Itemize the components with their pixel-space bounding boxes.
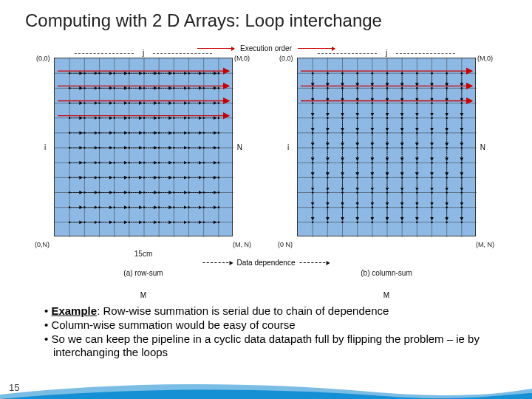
svg-point-315 (356, 117, 358, 119)
svg-point-289 (461, 72, 463, 75)
svg-point-355 (461, 162, 463, 164)
svg-point-138 (158, 222, 160, 224)
svg-point-298 (431, 87, 433, 89)
svg-point-369 (341, 191, 344, 194)
svg-point-36 (113, 87, 115, 89)
svg-point-104 (143, 177, 146, 179)
svg-point-73 (173, 132, 175, 134)
svg-point-342 (431, 147, 433, 149)
svg-point-329 (401, 132, 403, 134)
svg-point-134 (98, 222, 100, 224)
svg-point-124 (113, 206, 115, 208)
svg-point-373 (401, 191, 403, 194)
svg-point-364 (431, 177, 433, 179)
svg-point-384 (401, 206, 403, 208)
grid-row-sum: j i N (54, 58, 233, 236)
svg-point-128 (173, 206, 175, 208)
svg-point-41 (188, 87, 190, 89)
svg-point-94 (158, 162, 160, 164)
svg-point-296 (401, 87, 403, 89)
svg-point-299 (446, 87, 448, 89)
svg-point-343 (446, 147, 448, 149)
svg-point-92 (129, 162, 131, 164)
svg-point-68 (98, 132, 100, 134)
svg-point-131 (218, 206, 220, 208)
axis-n-label: N (480, 143, 485, 151)
svg-point-42 (202, 87, 205, 89)
axis-j-label: j (143, 49, 144, 57)
svg-point-350 (386, 162, 389, 164)
svg-point-293 (356, 87, 358, 89)
svg-point-394 (386, 222, 389, 224)
svg-point-60 (143, 117, 146, 119)
svg-point-44 (69, 102, 71, 104)
svg-point-115 (143, 191, 146, 194)
svg-point-93 (143, 162, 146, 164)
axis-j-label: j (386, 49, 387, 57)
legend-mid-label: Data dependence (237, 259, 296, 267)
svg-point-305 (372, 102, 374, 104)
svg-point-388 (461, 206, 463, 208)
svg-point-32 (218, 72, 220, 75)
svg-point-43 (218, 87, 220, 89)
axis-n-label: N (237, 143, 242, 151)
svg-point-328 (386, 132, 389, 134)
svg-point-108 (202, 177, 205, 179)
svg-point-51 (173, 102, 175, 104)
svg-point-33 (69, 87, 71, 89)
svg-point-336 (341, 147, 344, 149)
corner-top-left: (0,0) (279, 55, 293, 62)
svg-point-325 (341, 132, 344, 134)
page-number: 15 (9, 382, 19, 393)
decorative-wave-icon (0, 377, 532, 399)
bullet-list: Example: Row-wise summation is serial du… (44, 304, 502, 360)
svg-point-50 (158, 102, 160, 104)
svg-point-111 (83, 191, 86, 194)
svg-point-127 (158, 206, 160, 208)
svg-point-139 (173, 222, 175, 224)
svg-point-390 (327, 222, 329, 224)
svg-point-24 (98, 72, 100, 75)
svg-point-101 (98, 177, 100, 179)
svg-point-30 (188, 72, 190, 75)
svg-point-26 (129, 72, 131, 75)
axis-i-label: i (44, 143, 46, 151)
svg-point-360 (372, 177, 374, 179)
corner-bottom-right: (M, N) (233, 241, 251, 248)
svg-point-295 (386, 87, 389, 89)
svg-point-34 (83, 87, 86, 89)
svg-point-110 (69, 191, 71, 194)
svg-point-376 (446, 191, 448, 194)
svg-point-71 (143, 132, 146, 134)
svg-point-31 (202, 72, 205, 75)
svg-point-337 (356, 147, 358, 149)
dep-arrow-icon (203, 262, 233, 263)
svg-point-339 (386, 147, 389, 149)
svg-point-80 (113, 147, 115, 149)
svg-point-395 (401, 222, 403, 224)
svg-point-91 (113, 162, 115, 164)
svg-point-368 (327, 191, 329, 194)
svg-point-23 (83, 72, 86, 75)
svg-point-61 (158, 117, 160, 119)
svg-point-142 (218, 222, 220, 224)
dep-arrow-icon (299, 262, 329, 263)
svg-point-279 (312, 72, 314, 75)
svg-point-322 (461, 117, 463, 119)
grid-column-sum: j i N (297, 58, 476, 236)
svg-point-379 (327, 206, 329, 208)
svg-point-297 (416, 87, 418, 89)
svg-point-361 (386, 177, 389, 179)
svg-point-84 (173, 147, 175, 149)
svg-point-29 (173, 72, 175, 75)
svg-point-118 (188, 191, 190, 194)
svg-point-345 (312, 162, 314, 164)
svg-point-346 (327, 162, 329, 164)
caption-row-sum: (a) row-sum (54, 269, 233, 277)
svg-point-88 (69, 162, 71, 164)
svg-point-330 (416, 132, 418, 134)
svg-point-105 (158, 177, 160, 179)
svg-point-40 (173, 87, 175, 89)
dim-label: 15cm (54, 250, 233, 258)
svg-point-341 (416, 147, 418, 149)
